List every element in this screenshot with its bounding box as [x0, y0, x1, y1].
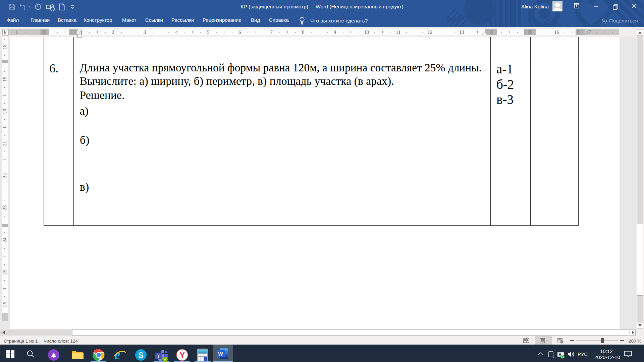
svg-text:W: W [218, 351, 223, 357]
svg-text:S: S [138, 351, 144, 360]
svg-text:T: T [157, 353, 160, 359]
